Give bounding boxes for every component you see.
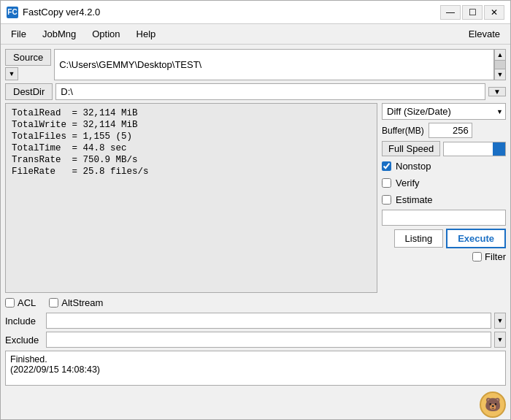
estimate-checkbox[interactable] [382,195,391,205]
stat-totaltime: TotalTime = 44.8 sec [12,143,371,153]
main-area: TotalRead = 32,114 MiB TotalWrite = 32,1… [5,103,506,293]
exclude-row: Exclude ▼ [5,332,506,348]
listing-button[interactable]: Listing [394,229,444,248]
diff-select-wrap: Diff (Size/Date) Copy (Overwrite) Move D… [382,103,506,120]
nonstop-label[interactable]: Nonstop [396,161,431,172]
app-window: FC FastCopy ver4.2.0 — ☐ ✕ File JobMng O… [0,0,511,420]
mascot-icon: 🐻 [480,392,506,418]
execute-button[interactable]: Execute [446,229,506,248]
speed-row: Full Speed [382,141,506,156]
bottom-bar: 🐻 [1,390,510,419]
log-area: Finished. (2022/09/15 14:08:43) [5,351,506,386]
source-scroll-up[interactable]: ▲ [494,49,506,61]
menu-bar: File JobMng Option Help Elevate [1,24,510,45]
acl-label[interactable]: ACL [18,297,36,308]
exclude-dropdown[interactable]: ▼ [494,332,506,348]
log-line2: (2022/09/15 14:08:43) [10,364,501,375]
include-label: Include [5,316,43,327]
window-title: FastCopy ver4.2.0 [23,7,436,18]
minimize-button[interactable]: — [440,5,461,20]
altstream-label[interactable]: AltStream [61,297,103,308]
include-row: Include ▼ [5,313,506,329]
buffer-row: Buffer(MB) [382,123,506,138]
menu-help[interactable]: Help [129,26,164,42]
exclude-label: Exclude [5,335,43,345]
menu-jobmng[interactable]: JobMng [35,26,83,42]
window-controls: — ☐ ✕ [440,5,504,20]
diff-select[interactable]: Diff (Size/Date) Copy (Overwrite) Move D… [382,103,506,120]
menu-file[interactable]: File [4,26,34,42]
stat-transrate: TransRate = 750.9 MB/s [12,155,371,165]
filter-row: Filter [382,251,506,262]
speed-bar-fill [493,142,505,156]
acl-altstream-row: ACL AltStream [5,296,506,310]
estimate-label[interactable]: Estimate [396,194,433,205]
maximize-button[interactable]: ☐ [462,5,483,20]
verify-checkbox[interactable] [382,178,391,188]
acl-check: ACL [5,297,36,308]
right-panel: Diff (Size/Date) Copy (Overwrite) Move D… [382,103,506,293]
include-dropdown[interactable]: ▼ [494,313,506,329]
acl-checkbox[interactable] [5,298,15,308]
include-input[interactable] [46,313,491,329]
verify-label[interactable]: Verify [396,177,420,188]
source-button[interactable]: Source [5,49,51,66]
source-dropdown-button[interactable]: ▼ [5,67,18,80]
nonstop-checkbox[interactable] [382,161,391,171]
speed-bar[interactable] [443,142,506,156]
exclude-input[interactable] [46,332,491,348]
source-scroll-track [494,61,506,69]
filter-label[interactable]: Filter [485,251,506,262]
buffer-input[interactable] [429,123,472,138]
filter-checkbox[interactable] [472,252,482,261]
source-row: Source ▼ ▲ ▼ [5,49,506,80]
title-bar: FC FastCopy ver4.2.0 — ☐ ✕ [1,1,510,24]
source-input[interactable] [54,49,494,80]
main-content: Source ▼ ▲ ▼ DestDir ▼ TotalRead = 32,11… [1,45,510,390]
nonstop-row: Nonstop [382,159,506,173]
destdir-label: DestDir [5,83,53,100]
stat-totalread: TotalRead = 32,114 MiB [12,108,371,118]
verify-row: Verify [382,176,506,190]
stats-panel: TotalRead = 32,114 MiB TotalWrite = 32,1… [5,103,377,293]
close-button[interactable]: ✕ [484,5,504,20]
stat-totalfiles: TotalFiles = 1,155 (5) [12,131,371,142]
destdir-dropdown-button[interactable]: ▼ [488,87,506,96]
buffer-label: Buffer(MB) [382,126,424,136]
right-text-input[interactable] [382,210,506,226]
full-speed-button[interactable]: Full Speed [382,141,440,156]
elevate-button[interactable]: Elevate [461,26,507,42]
app-icon: FC [7,7,18,18]
altstream-checkbox[interactable] [49,298,58,308]
stat-totalwrite: TotalWrite = 32,114 MiB [12,120,371,130]
log-line1: Finished. [10,354,501,364]
altstream-check: AltStream [49,297,103,308]
destdir-input[interactable] [55,83,485,100]
action-buttons-row: Listing Execute [382,229,506,248]
estimate-row: Estimate [382,193,506,207]
source-scrollbar: ▲ ▼ [494,49,506,80]
menu-option[interactable]: Option [85,26,127,42]
source-scroll-down[interactable]: ▼ [494,69,506,80]
destdir-row: DestDir ▼ [5,83,506,100]
stat-filerate: FileRate = 25.8 files/s [12,167,371,177]
